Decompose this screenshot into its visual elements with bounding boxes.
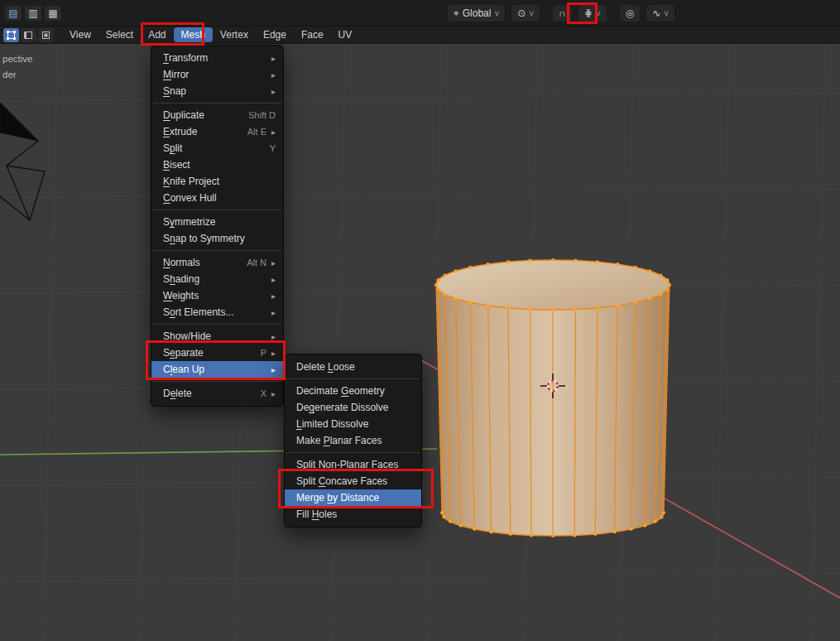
transform-orientation-dropdown[interactable]: ⌖ Global ˅: [447, 4, 506, 22]
cylinder-vertex: [551, 308, 554, 311]
cylinder-vertex: [468, 301, 472, 304]
menu-item-clean-up[interactable]: Clean Up▸: [151, 361, 283, 378]
grid-lines: [0, 27, 840, 641]
menu-item-split[interactable]: SplitY: [151, 140, 283, 157]
menu-item-snap-to-symmetry[interactable]: Snap to Symmetry: [151, 230, 283, 247]
menu-separator: [153, 324, 281, 325]
menu-item-label: Weights: [163, 290, 199, 301]
menu-item-shading[interactable]: Shading▸: [151, 271, 283, 287]
cylinder-vertex: [659, 273, 662, 277]
menu-item-convex-hull[interactable]: Convex Hull: [151, 190, 283, 206]
cylinder-vertex: [487, 263, 490, 266]
proportional-editing-icon: ◎: [626, 7, 634, 19]
proportional-editing-toggle[interactable]: ◎: [619, 4, 641, 22]
menu-item-make-planar-faces[interactable]: Make Planar Faces: [285, 432, 421, 449]
cylinder-vertex: [630, 528, 633, 531]
menu-item-label: Make Planar Faces: [296, 435, 382, 446]
menu-item-fill-holes[interactable]: Fill Holes: [285, 506, 421, 523]
wireframe-object: [0, 103, 45, 220]
cylinder-vertex: [444, 292, 447, 296]
menu-button-edge[interactable]: Edge: [256, 27, 294, 42]
submenu-arrow-icon: ▸: [271, 292, 276, 301]
menu-item-weights[interactable]: Weights▸: [151, 287, 283, 304]
chevron-down-icon: ˅: [664, 9, 669, 18]
proportional-falloff-dropdown[interactable]: ∿ ˅: [646, 4, 675, 22]
falloff-curve-icon: ∿: [652, 7, 660, 19]
edge-select-mode-button[interactable]: [21, 28, 36, 42]
chevron-down-icon: ˅: [494, 9, 499, 18]
menu-item-transform[interactable]: Transform▸: [151, 50, 283, 66]
snap-target-dropdown[interactable]: ⋕ ˅: [578, 4, 607, 22]
menu-item-extrude[interactable]: ExtrudeAlt E▸: [151, 123, 283, 140]
menu-shortcut: Alt E: [247, 127, 266, 137]
submenu-arrow-icon: ▸: [271, 365, 276, 374]
face-select-mode-button[interactable]: [38, 28, 54, 42]
menu-item-sort-elements[interactable]: Sort Elements...▸: [151, 304, 283, 320]
cylinder-vertex: [437, 278, 440, 282]
submenu-arrow-icon: ▸: [271, 87, 276, 96]
face-select-icon: [41, 30, 51, 41]
menu-item-label: Fill Holes: [296, 508, 337, 520]
vertex-select-mode-button[interactable]: [3, 28, 19, 42]
menu-item-label: Knife Project: [163, 176, 219, 187]
editor-layout-icon-1[interactable]: ▤: [5, 6, 22, 21]
menu-separator: [153, 103, 281, 104]
menu-button-view[interactable]: View: [62, 27, 98, 42]
cylinder-vertex: [573, 533, 576, 537]
menu-button-vertex[interactable]: Vertex: [213, 27, 256, 42]
menu-item-split-concave-faces[interactable]: Split Concave Faces: [285, 473, 421, 489]
menu-item-degenerate-dissolve[interactable]: Degenerate Dissolve: [285, 399, 421, 416]
menu-button-select[interactable]: Select: [98, 27, 141, 42]
cylinder-vertex: [506, 260, 510, 263]
menu-item-mirror[interactable]: Mirror▸: [151, 66, 283, 83]
menu-button-add[interactable]: Add: [141, 27, 173, 42]
pivot-point-icon: ⊙: [517, 7, 526, 19]
menu-item-label: Delete: [163, 388, 192, 399]
menu-item-duplicate[interactable]: DuplicateShift D: [151, 107, 283, 123]
submenu-arrow-icon: ▸: [271, 308, 276, 317]
viewport-3d[interactable]: [0, 0, 840, 641]
submenu-arrow-icon: ▸: [271, 128, 276, 137]
menu-item-delete-loose[interactable]: Delete Loose: [285, 359, 421, 375]
menu-item-label: Extrude: [163, 126, 197, 137]
menu-item-split-non-planar-faces[interactable]: Split Non-Planar Faces: [285, 456, 421, 473]
cylinder-vertex: [434, 283, 438, 287]
cylinder-vertex: [593, 533, 597, 536]
cylinder-vertex: [473, 528, 476, 531]
editor-layout-icon-3[interactable]: ▦: [45, 6, 61, 21]
menu-item-separate[interactable]: SeparateP▸: [151, 345, 283, 361]
menu-item-delete[interactable]: DeleteX▸: [151, 385, 283, 402]
cylinder-vertex: [468, 266, 472, 269]
menu-item-decimate-geometry[interactable]: Decimate Geometry: [285, 383, 421, 399]
menu-item-label: Degenerate Dissolve: [296, 402, 388, 413]
menu-item-label: Decimate Geometry: [296, 385, 385, 397]
cylinder-vertex: [616, 263, 619, 266]
submenu-arrow-icon: ▸: [271, 54, 276, 63]
menu-item-merge-by-distance[interactable]: Merge by Distance: [285, 489, 421, 506]
menu-item-symmetrize[interactable]: Symmetrize: [151, 214, 283, 230]
menu-item-normals[interactable]: NormalsAlt N▸: [151, 254, 283, 271]
menu-item-label: Mirror: [163, 69, 189, 80]
menu-item-label: Split Concave Faces: [296, 475, 387, 487]
menu-item-limited-dissolve[interactable]: Limited Dissolve: [285, 416, 421, 432]
mesh-menu-panel: Transform▸Mirror▸Snap▸DuplicateShift DEx…: [151, 45, 284, 407]
menu-shortcut: Y: [270, 143, 276, 153]
menu-shortcut: Shift D: [248, 110, 276, 120]
cylinder-vertex: [596, 260, 599, 263]
magnet-icon: ∩: [559, 7, 566, 19]
menu-item-label: Merge by Distance: [296, 492, 379, 504]
menu-item-show-hide[interactable]: Show/Hide▸: [151, 328, 283, 345]
edge-select-icon: [23, 30, 34, 41]
menu-item-bisect[interactable]: Bisect: [151, 157, 283, 173]
orientation-gizmo-icon: ⌖: [454, 7, 459, 19]
editor-layout-icon-2[interactable]: ▥: [25, 6, 41, 21]
pivot-point-dropdown[interactable]: ⊙ ˅: [511, 4, 540, 22]
menu-shortcut: Alt N: [247, 258, 266, 267]
menu-item-knife-project[interactable]: Knife Project: [151, 173, 283, 190]
menu-button-uv[interactable]: UV: [331, 27, 360, 42]
menu-button-face[interactable]: Face: [294, 27, 331, 42]
menu-button-mesh[interactable]: Mesh: [174, 27, 213, 42]
menu-item-snap[interactable]: Snap▸: [151, 83, 283, 99]
overlay-line-object: der: [2, 67, 32, 83]
snap-toggle-button[interactable]: ∩: [552, 4, 573, 22]
